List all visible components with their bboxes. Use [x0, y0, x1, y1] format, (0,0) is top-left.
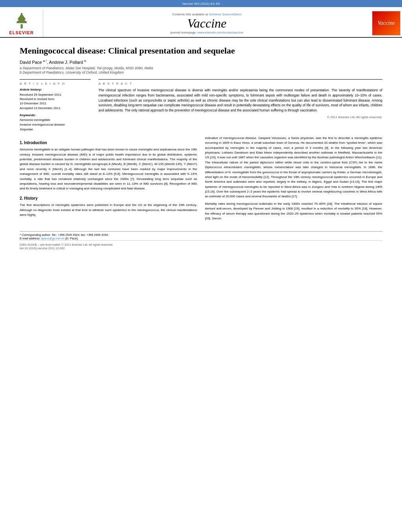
sciverse-prefix: Contents lists available at [172, 13, 208, 16]
article-info-col: A R T I C L E I N F O Article history: R… [20, 79, 91, 132]
keyword1: Neisseria meningitidis [20, 118, 91, 122]
keyword3: Sequelae [20, 127, 91, 132]
corresponding-author: * Corresponding author. Tel.: +356 2545 … [20, 231, 382, 240]
copyright: © 2011 Elsevier Ltd. All rights reserved… [98, 115, 382, 119]
affiliations: a Department of Paediatrics, Mater Dei H… [20, 66, 382, 74]
main-content: Meningococcal disease: Clinical presenta… [0, 38, 402, 231]
abstract-label: A B S T R A C T [98, 82, 382, 85]
history-accepted: Accepted 13 December 2011 [20, 106, 91, 110]
body-content: 1. Introduction Neisseria meningitidis i… [20, 136, 382, 224]
history-revised-label: Received in revised form [20, 97, 91, 101]
journal-center: Contents lists available at SciVerse Sci… [43, 9, 371, 37]
email-link[interactable]: dpace@go.net.mt [41, 237, 64, 240]
svg-rect-0 [20, 24, 22, 28]
svg-point-6 [25, 21, 27, 22]
journal-homepage: journal homepage: www.elsevier.com/locat… [170, 31, 243, 34]
email-suffix: (D. Pace). [65, 237, 79, 240]
right-para1: indicative of meningococcal disease. Gas… [205, 136, 383, 199]
volume-info: Vaccine 30S (2012) E3–E9 [182, 2, 220, 6]
journal-header: ELSEVIER Contents lists available at Sci… [0, 7, 402, 38]
body-left-col: 1. Introduction Neisseria meningitidis i… [20, 136, 197, 224]
article-title: Meningococcal disease: Clinical presenta… [20, 46, 382, 56]
body-right-col: indicative of meningococcal disease. Gas… [205, 136, 383, 224]
issn-line: 0264-410X/$ – see front matter © 2011 El… [0, 242, 402, 251]
article-info-abstract: A R T I C L E I N F O Article history: R… [20, 79, 382, 132]
affiliation-b: b Department of Paediatrics, University … [20, 70, 382, 74]
vaccine-logo: Vaccine [372, 11, 400, 35]
homepage-label: journal homepage: [170, 31, 196, 34]
history-para1: The first descriptions of meningitis epi… [20, 203, 197, 217]
affiliation-a: a Department of Paediatrics, Mater Dei H… [20, 66, 382, 70]
top-bar: Vaccine 30S (2012) E3–E9 [0, 0, 402, 7]
keywords-label: Keywords: [20, 113, 91, 117]
svg-point-5 [17, 21, 18, 22]
history-revised-date: 10 December 2011 [20, 101, 91, 106]
elsevier-tree-icon [10, 12, 33, 30]
article-info-label: A R T I C L E I N F O [20, 82, 91, 85]
history-heading: 2. History [20, 195, 197, 202]
homepage-link[interactable]: www.elsevier.com/locate/vaccine [198, 31, 244, 34]
divider [20, 240, 382, 241]
right-para2: Mortality rates during meningococcal out… [205, 202, 383, 221]
abstract-col: A B S T R A C T The clinical spectrum of… [98, 79, 382, 132]
sciverse-link[interactable]: SciVerse ScienceDirect [209, 13, 241, 16]
history-title: Article history: [20, 88, 91, 91]
svg-point-7 [21, 13, 22, 14]
journal-name: Vaccine [187, 17, 227, 30]
doi-text: doi:10.1016/j.vaccine.2011.12.062 [20, 247, 65, 250]
elsevier-logo: ELSEVIER [0, 9, 43, 37]
keyword2: Invasive meningococcal disease [20, 122, 91, 127]
svg-point-3 [18, 18, 20, 19]
abstract-text: The clinical spectrum of invasive mening… [98, 88, 382, 113]
authors: David Pace a,*, Andrew J. Pollard b [20, 59, 382, 65]
email-label: E-mail address: [20, 237, 40, 240]
elsevier-label: ELSEVIER [9, 30, 33, 35]
svg-point-4 [24, 18, 25, 19]
vaccine-logo-box: Vaccine [371, 9, 402, 37]
intro-para1: Neisseria meningitidis is an obligate hu… [20, 147, 197, 191]
sciverse-info: Contents lists available at SciVerse Sci… [172, 13, 241, 16]
vaccine-logo-text: Vaccine [378, 20, 395, 26]
intro-heading: 1. Introduction [20, 140, 197, 146]
issn-text: 0264-410X/$ – see front matter © 2011 El… [20, 243, 113, 247]
history-received: Received 29 September 2011 [20, 93, 91, 97]
corresponding-note: * Corresponding author. Tel.: +356 2545 … [20, 233, 109, 237]
